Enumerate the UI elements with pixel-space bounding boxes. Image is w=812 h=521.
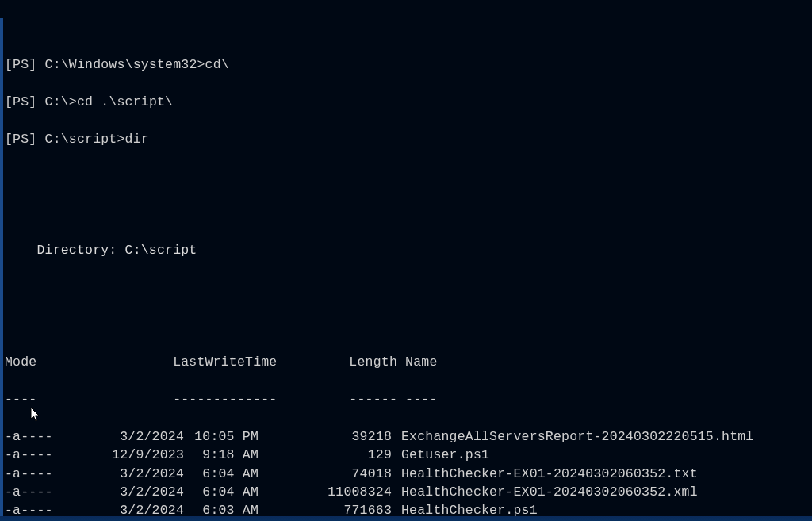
file-time: 6:04 AM [192, 483, 270, 501]
file-mode: -a---- [5, 427, 90, 446]
table-row: -a----12/9/20239:18 AM129Getuser.ps1 [5, 446, 810, 464]
file-date: 12/9/2023 [90, 446, 192, 464]
table-row: -a----3/2/20246:04 AM11008324HealthCheck… [5, 483, 810, 501]
file-length: 129 [270, 446, 398, 464]
file-date: 3/2/2024 [90, 483, 192, 501]
taskbar[interactable] [0, 516, 812, 521]
table-divider-row: ---- ------------- ------ ---- [5, 390, 810, 408]
file-time: 10:05 PM [192, 427, 270, 446]
file-mode: -a---- [5, 446, 90, 464]
table-row: -a----3/2/202410:05 PM39218ExchangeAllSe… [5, 427, 810, 446]
directory-label: Directory: C:\script [36, 243, 197, 258]
file-name: ExchangeAllServersReport-20240302220515.… [398, 427, 810, 446]
file-length: 39218 [270, 427, 398, 446]
command-text: cd\ [205, 57, 229, 72]
file-name: Getuser.ps1 [398, 446, 810, 464]
prompt: [PS] C:\Windows\system32> [5, 57, 205, 72]
terminal-window[interactable]: [PS] C:\Windows\system32>cd\ [PS] C:\>cd… [0, 18, 812, 521]
file-time: 6:04 AM [192, 465, 270, 483]
terminal-output[interactable]: [PS] C:\Windows\system32>cd\ [PS] C:\>cd… [3, 37, 812, 521]
command-text: dir [125, 132, 149, 147]
file-date: 3/2/2024 [90, 465, 192, 483]
file-time: 9:18 AM [192, 446, 270, 464]
file-mode: -a---- [5, 465, 90, 483]
table-header-row: Mode LastWriteTime Length Name [5, 353, 810, 371]
prompt: [PS] C:\> [5, 94, 77, 109]
file-mode: -a---- [5, 483, 90, 501]
command-text: cd .\script\ [77, 94, 173, 109]
file-name: HealthChecker-EX01-20240302060352.xml [398, 483, 810, 501]
file-date: 3/2/2024 [90, 427, 192, 446]
table-row: -a----3/2/20246:04 AM74018HealthChecker-… [5, 465, 810, 483]
prompt: [PS] C:\script> [5, 132, 125, 147]
file-length: 74018 [270, 465, 398, 483]
file-length: 11008324 [270, 483, 398, 501]
file-name: HealthChecker-EX01-20240302060352.txt [398, 465, 810, 483]
